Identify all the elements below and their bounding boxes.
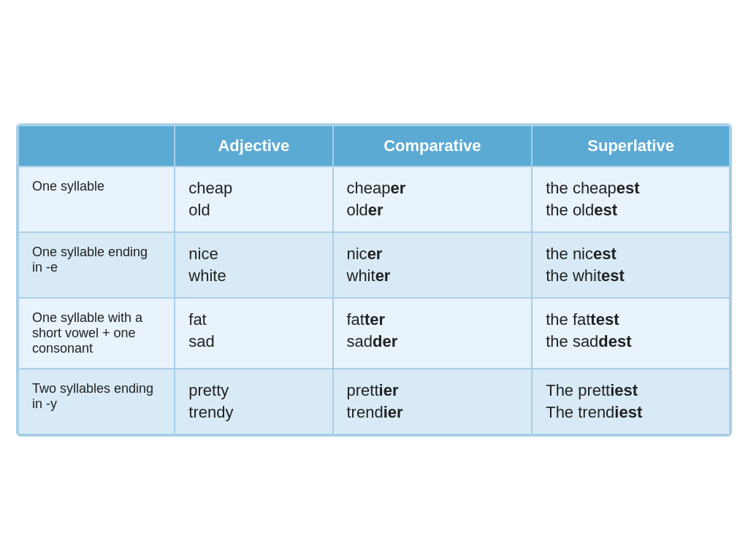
comparative-word: cheaper — [347, 179, 519, 198]
rule-cell-1: One syllable ending in -e — [18, 232, 175, 298]
superlative-cell-3: The prettiestThe trendiest — [532, 369, 730, 434]
header-comparative: Comparative — [333, 126, 533, 166]
superlative-word: the nicest — [546, 245, 716, 264]
comparative-word: prettier — [347, 381, 519, 400]
adjective-word: trendy — [188, 403, 318, 422]
adjective-cell-0: cheapold — [175, 166, 332, 232]
header-rule — [18, 126, 175, 166]
adjective-cell-3: prettytrendy — [175, 369, 332, 434]
adjective-word: fat — [188, 310, 318, 329]
superlative-cell-1: the nicestthe whitest — [532, 232, 730, 298]
rule-cell-0: One syllable — [18, 166, 175, 232]
superlative-word: The trendiest — [546, 403, 716, 422]
superlative-word: the whitest — [546, 266, 716, 285]
superlative-cell-2: the fattestthe saddest — [532, 298, 730, 369]
comparative-cell-1: nicerwhiter — [333, 232, 533, 298]
adjective-word: sad — [188, 332, 318, 351]
adjective-word: old — [188, 201, 318, 220]
superlative-word: the cheapest — [546, 179, 716, 198]
comparative-word: fatter — [347, 310, 519, 329]
comparative-word: trendier — [347, 403, 519, 422]
adjective-cell-1: nicewhite — [175, 232, 332, 298]
adjective-cell-2: fatsad — [175, 298, 332, 369]
adjective-word: nice — [188, 245, 318, 264]
rule-cell-2: One syllable with a short vowel + one co… — [18, 298, 175, 369]
adjective-word: white — [188, 266, 318, 285]
header-adjective: Adjective — [175, 126, 332, 166]
comparative-word: nicer — [347, 245, 519, 264]
comparative-cell-2: fattersadder — [333, 298, 533, 369]
comparative-word: whiter — [347, 266, 519, 285]
header-superlative: Superlative — [532, 126, 730, 166]
superlative-word: the fattest — [546, 310, 716, 329]
superlative-word: the saddest — [546, 332, 716, 351]
superlative-word: The prettiest — [546, 381, 716, 400]
comparative-cell-0: cheaperolder — [333, 166, 533, 232]
grammar-table: Adjective Comparative Superlative One sy… — [16, 123, 732, 437]
adjective-word: pretty — [188, 381, 318, 400]
comparative-word: sadder — [347, 332, 519, 351]
adjective-word: cheap — [188, 179, 318, 198]
comparative-cell-3: prettiertrendier — [333, 369, 533, 434]
comparative-word: older — [347, 201, 519, 220]
rule-cell-3: Two syllables ending in -y — [18, 369, 175, 434]
superlative-word: the oldest — [546, 201, 716, 220]
superlative-cell-0: the cheapestthe oldest — [532, 166, 730, 232]
